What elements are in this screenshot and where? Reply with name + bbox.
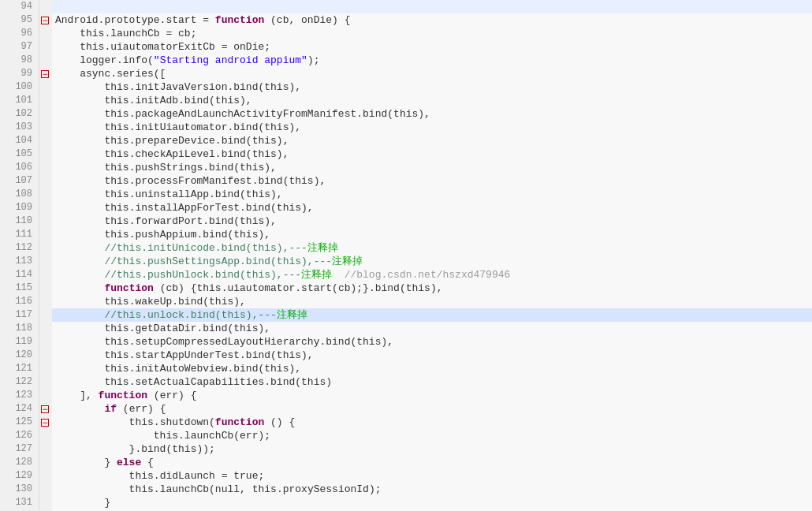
line-content: //this.initUnicode.bind(this),---注释掉 [52,241,812,255]
table-row: 106 this.pushStrings.bind(this), [0,161,812,174]
line-number: 121 [0,362,39,375]
table-row: 109 this.installAppForTest.bind(this), [0,201,812,214]
table-row: 128 } else { [0,456,812,469]
line-content: Android.prototype.start = function (cb, … [52,13,812,27]
line-content: this.pushAppium.bind(this), [52,228,812,241]
line-number: 99 [0,67,39,80]
line-icon [39,147,52,161]
line-number: 127 [0,442,39,456]
line-content: this.setActualCapabilities.bind(this) [52,375,812,389]
code-table: 94 95−Android.prototype.start = function… [0,0,812,511]
table-row: 124− if (err) { [0,402,812,416]
line-icon[interactable]: − [39,402,52,416]
line-content: this.didLaunch = true; [52,469,812,483]
line-icon [39,0,52,13]
line-content: this.checkApiLevel.bind(this), [52,147,812,161]
line-content: this.installAppForTest.bind(this), [52,201,812,214]
table-row: 120 this.startAppUnderTest.bind(this), [0,349,812,362]
line-content: this.pushStrings.bind(this), [52,161,812,174]
line-number: 111 [0,228,39,241]
line-number: 129 [0,469,39,483]
table-row: 98 logger.info("Starting android appium"… [0,54,812,67]
line-content: } [52,496,812,509]
line-icon [39,456,52,469]
table-row: 107 this.processFromManifest.bind(this), [0,174,812,188]
line-icon [39,228,52,241]
line-number: 119 [0,335,39,349]
line-content: this.getDataDir.bind(this), [52,322,812,335]
line-content: //this.unlock.bind(this),---注释掉 [52,308,812,322]
line-icon [39,375,52,389]
line-number: 97 [0,40,39,54]
line-number: 125 [0,416,39,429]
line-icon [39,174,52,188]
line-content: this.setupCompressedLayoutHierarchy.bind… [52,335,812,349]
line-icon [39,107,52,121]
line-number: 103 [0,121,39,134]
table-row: 115 function (cb) {this.uiautomator.star… [0,282,812,295]
line-icon [39,255,52,268]
line-number: 106 [0,161,39,174]
table-row: 96 this.launchCb = cb; [0,27,812,40]
line-content: this.initJavaVersion.bind(this), [52,80,812,94]
line-icon [39,282,52,295]
line-number: 102 [0,107,39,121]
line-number: 100 [0,80,39,94]
line-icon [39,161,52,174]
line-content: this.launchCb(err); [52,429,812,442]
line-icon [39,335,52,349]
line-content: this.processFromManifest.bind(this), [52,174,812,188]
line-icon [39,40,52,54]
line-icon [39,188,52,201]
table-row: 130 this.launchCb(null, this.proxySessio… [0,483,812,496]
line-content: function (cb) {this.uiautomator.start(cb… [52,282,812,295]
table-row: 122 this.setActualCapabilities.bind(this… [0,375,812,389]
line-icon [39,295,52,308]
table-row: 121 this.initAutoWebview.bind(this), [0,362,812,375]
line-content: this.wakeUp.bind(this), [52,295,812,308]
line-number: 98 [0,54,39,67]
line-content: if (err) { [52,402,812,416]
line-number: 130 [0,483,39,496]
line-content: async.series([ [52,67,812,80]
line-icon [39,201,52,214]
table-row: 125− this.shutdown(function () { [0,416,812,429]
line-content: logger.info("Starting android appium"); [52,54,812,67]
table-row: 127 }.bind(this)); [0,442,812,456]
line-content: this.forwardPort.bind(this), [52,214,812,228]
code-editor: 94 95−Android.prototype.start = function… [0,0,812,511]
line-number: 115 [0,282,39,295]
line-icon [39,80,52,94]
line-icon [39,442,52,456]
line-icon [39,241,52,255]
line-icon[interactable]: − [39,416,52,429]
line-icon [39,308,52,322]
line-number: 95 [0,13,39,27]
table-row: 123 ], function (err) { [0,389,812,402]
table-row: 114 //this.pushUnlock.bind(this),---注释掉 … [0,268,812,282]
line-number: 107 [0,174,39,188]
line-content: this.startAppUnderTest.bind(this), [52,349,812,362]
line-number: 124 [0,402,39,416]
line-icon [39,429,52,442]
table-row: 102 this.packageAndLaunchActivityFromMan… [0,107,812,121]
table-row: 131 } [0,496,812,509]
line-content: this.initUiautomator.bind(this), [52,121,812,134]
table-row: 105 this.checkApiLevel.bind(this), [0,147,812,161]
table-row: 113 //this.pushSettingsApp.bind(this),--… [0,255,812,268]
line-icon [39,322,52,335]
line-content: this.packageAndLaunchActivityFromManifes… [52,107,812,121]
line-number: 131 [0,496,39,509]
line-number: 122 [0,375,39,389]
table-row: 110 this.forwardPort.bind(this), [0,214,812,228]
line-number: 96 [0,27,39,40]
line-content: //this.pushSettingsApp.bind(this),---注释掉 [52,255,812,268]
line-number: 104 [0,134,39,147]
line-number: 117 [0,308,39,322]
line-icon[interactable]: − [39,13,52,27]
line-icon [39,496,52,509]
table-row: 94 [0,0,812,13]
line-number: 114 [0,268,39,282]
line-number: 108 [0,188,39,201]
line-icon[interactable]: − [39,67,52,80]
